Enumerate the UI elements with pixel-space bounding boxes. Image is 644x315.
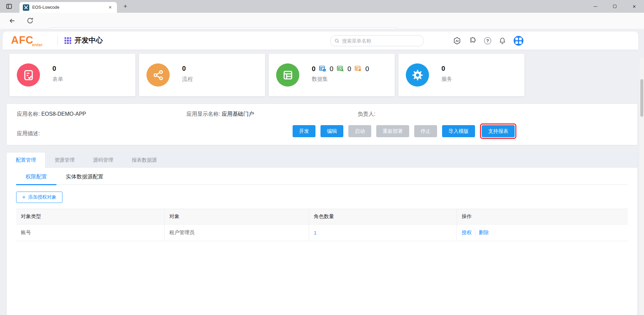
dataset-count: 0 bbox=[347, 65, 351, 73]
browser-toolbar: localhost:28079/#/dev_center/index aあ A bbox=[0, 13, 644, 29]
site-favicon-icon bbox=[23, 4, 29, 11]
menu-search-box[interactable] bbox=[330, 35, 424, 46]
help-icon[interactable]: ? bbox=[484, 37, 491, 44]
service-gear-icon bbox=[406, 63, 429, 87]
develop-button[interactable]: 开发 bbox=[293, 125, 315, 137]
col-actions: 操作 bbox=[457, 209, 628, 224]
start-button[interactable]: 启动 bbox=[348, 125, 371, 137]
new-tab-button[interactable]: + bbox=[121, 3, 130, 11]
stat-value: 0 bbox=[182, 65, 186, 72]
sub-tab-bar: 权限配置 实体数据源配置 bbox=[16, 172, 628, 185]
highlight-box: 支持报表 bbox=[480, 123, 516, 139]
header-divider bbox=[57, 36, 58, 45]
app-desc-label: 应用描述: bbox=[17, 130, 40, 137]
dataset-config-icon bbox=[354, 65, 362, 73]
action-divider bbox=[475, 230, 475, 235]
refresh-icon[interactable] bbox=[26, 17, 34, 25]
import-template-button[interactable]: 导入模版 bbox=[442, 125, 475, 137]
tab-bar: 配置管理 资源管理 源码管理 报表数据源 bbox=[7, 153, 637, 168]
ai-assistant-icon[interactable]: AI bbox=[453, 37, 461, 45]
app-grid-icon[interactable] bbox=[65, 37, 71, 44]
app-header: AFC enter 开发中心 AI ? bbox=[3, 32, 638, 50]
col-object-type: 对象类型 bbox=[16, 209, 165, 224]
user-avatar[interactable] bbox=[514, 36, 523, 46]
stat-label: 数据集 bbox=[312, 76, 328, 83]
subtab-permission-config[interactable]: 权限配置 bbox=[16, 172, 56, 185]
notification-bell-icon[interactable] bbox=[499, 37, 506, 45]
page-title: 开发中心 bbox=[75, 36, 103, 45]
dataset-count: 0 bbox=[312, 65, 315, 73]
table-header-row: 对象类型 对象 角色数量 操作 bbox=[16, 209, 628, 224]
cell-object: 租户管理员 bbox=[165, 224, 309, 241]
back-icon[interactable] bbox=[8, 17, 16, 25]
role-count-link[interactable]: 1 bbox=[314, 230, 316, 235]
stat-label: 表单 bbox=[52, 76, 63, 83]
app-display-name-field: 应用显示名称: 应用基础门户 bbox=[186, 111, 254, 118]
delete-link[interactable]: 删除 bbox=[479, 229, 489, 236]
svg-text:AI: AI bbox=[456, 39, 459, 42]
tab-config-management[interactable]: 配置管理 bbox=[7, 153, 45, 168]
window-minimize-button[interactable] bbox=[586, 0, 605, 13]
app-name-field: 应用名称: EOS8-DEMO-APP bbox=[17, 111, 86, 118]
col-role-count: 角色数量 bbox=[309, 209, 457, 224]
dataset-db-icon bbox=[318, 65, 327, 73]
dataset-table-icon bbox=[276, 63, 299, 87]
management-panel: 配置管理 资源管理 源码管理 报表数据源 权限配置 实体数据源配置 + 添加授权… bbox=[7, 153, 637, 315]
window-maximize-button[interactable] bbox=[605, 0, 625, 13]
table-row: 账号 租户管理员 1 授权 删除 bbox=[16, 224, 628, 241]
stat-card-datasets[interactable]: 0 0 0 bbox=[269, 54, 395, 96]
search-icon bbox=[334, 38, 340, 44]
tab-resource-management[interactable]: 资源管理 bbox=[45, 153, 84, 168]
plus-icon: + bbox=[22, 194, 26, 201]
col-object: 对象 bbox=[165, 209, 309, 224]
cell-object-type: 账号 bbox=[16, 224, 165, 241]
edit-button[interactable]: 编辑 bbox=[320, 125, 343, 137]
page-scrollbar[interactable] bbox=[640, 58, 644, 315]
search-input[interactable] bbox=[342, 38, 409, 44]
stat-value: 0 bbox=[441, 65, 445, 72]
browser-tab-strip: EOS-Lowcode ✕ + ✕ bbox=[0, 0, 644, 13]
add-auth-object-button[interactable]: + 添加授权对象 bbox=[16, 192, 62, 203]
afcenter-logo[interactable]: AFC enter bbox=[11, 34, 55, 48]
stat-label: 流程 bbox=[182, 76, 193, 83]
window-close-button[interactable]: ✕ bbox=[625, 0, 644, 13]
stat-card-services[interactable]: 0 服务 bbox=[398, 54, 524, 96]
tab-close-icon[interactable]: ✕ bbox=[107, 4, 114, 11]
plugin-puzzle-icon[interactable] bbox=[469, 37, 477, 45]
stat-card-forms[interactable]: 0 表单 bbox=[9, 54, 135, 96]
stat-label: 服务 bbox=[441, 76, 452, 83]
tab-title: EOS-Lowcode bbox=[32, 5, 107, 10]
dataset-count: 0 bbox=[365, 65, 369, 73]
tab-source-management[interactable]: 源码管理 bbox=[84, 153, 123, 168]
cell-role-count: 1 bbox=[309, 224, 457, 241]
cell-actions: 授权 删除 bbox=[457, 224, 628, 241]
stop-button[interactable]: 停止 bbox=[414, 125, 437, 137]
dataset-query-icon bbox=[336, 65, 344, 73]
support-report-button[interactable]: 支持报表 bbox=[482, 125, 515, 137]
browser-tab[interactable]: EOS-Lowcode ✕ bbox=[19, 2, 117, 13]
authorize-link[interactable]: 授权 bbox=[462, 229, 472, 236]
form-icon bbox=[17, 63, 40, 87]
tab-report-datasource[interactable]: 报表数据源 bbox=[123, 153, 166, 168]
dataset-count: 0 bbox=[330, 65, 333, 73]
flow-share-icon bbox=[146, 63, 170, 87]
stat-value: 0 bbox=[52, 65, 56, 72]
app-info-panel: 应用名称: EOS8-DEMO-APP 应用显示名称: 应用基础门户 负责人: … bbox=[7, 104, 637, 145]
workspaces-icon[interactable] bbox=[5, 3, 13, 10]
page-content: AFC enter 开发中心 AI ? bbox=[0, 29, 644, 315]
stat-card-flows[interactable]: 0 流程 bbox=[139, 54, 265, 96]
app-owner-field: 负责人: bbox=[358, 111, 375, 118]
auth-table: 对象类型 对象 角色数量 操作 账号 租户管理员 1 授权 删除 bbox=[16, 209, 628, 241]
scrollbar-thumb[interactable] bbox=[640, 79, 643, 117]
redeploy-button[interactable]: 重新部署 bbox=[376, 125, 409, 137]
subtab-entity-datasource-config[interactable]: 实体数据源配置 bbox=[56, 172, 113, 185]
